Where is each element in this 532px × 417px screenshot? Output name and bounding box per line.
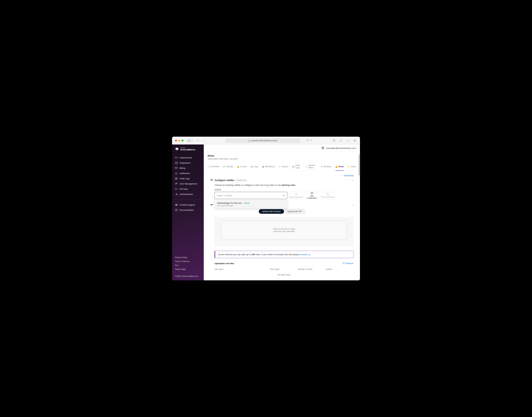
- tab-rules[interactable]: 🔔Rules: [335, 163, 344, 171]
- subscription-date: Subscription start date: Aug 2023: [208, 158, 356, 160]
- footer-link-tos[interactable]: Terms of Service: [175, 260, 201, 263]
- dropdown-item-sub: Cloud alertmanager: [217, 205, 285, 207]
- overview-back-link[interactable]: ← Overview: [341, 174, 353, 177]
- upload-api-button[interactable]: Upload with API: [284, 209, 305, 214]
- edit-configuration-button[interactable]: Edit configuration: [289, 192, 303, 199]
- audit-icon: ▤: [292, 166, 294, 167]
- collapse-icon[interactable]: [351, 204, 353, 206]
- maximize-window-button[interactable]: [181, 140, 183, 142]
- svg-point-21: [176, 193, 177, 194]
- optional-label: (Optional): [236, 179, 246, 182]
- admin-icon: [175, 193, 178, 195]
- close-window-button[interactable]: [175, 140, 177, 142]
- back-button[interactable]: [196, 139, 201, 143]
- sidebar-item-deployments[interactable]: Deployments: [172, 155, 204, 160]
- traffic-lights: [175, 140, 183, 142]
- dropdown-item[interactable]: Alertmanager for test env Active Cloud a…: [215, 200, 287, 208]
- sidebar-item-auditlogs[interactable]: Audit Logs: [172, 176, 204, 181]
- collapse-icon[interactable]: [351, 179, 353, 182]
- logo-maintext: VictoriaMetrics: [180, 149, 195, 151]
- select-placeholder: Select a notifier...: [217, 194, 234, 197]
- share-button[interactable]: [339, 139, 343, 143]
- chevron-down-icon: [283, 194, 285, 197]
- main-content: marshalov@victoriametrics.com Rules Subs…: [204, 145, 360, 280]
- arrow-left-icon: ←: [341, 174, 343, 177]
- browser-window: console.victoriametrics.cloud ⇆ᴬ Managed…: [172, 137, 360, 280]
- tab-backups[interactable]: ⛁Backups: [321, 163, 331, 171]
- svg-rect-36: [327, 193, 328, 194]
- svg-rect-3: [354, 140, 355, 141]
- refresh-button[interactable]: Refresh: [342, 262, 353, 265]
- sidebar-label: User Management: [180, 183, 197, 185]
- support-icon: [175, 203, 178, 206]
- svg-point-22: [177, 194, 177, 195]
- rules-icon: 🔔: [335, 166, 337, 167]
- contact-us-link[interactable]: contact us: [300, 253, 310, 256]
- col-ruletypes: Rule types: [270, 268, 298, 270]
- document-icon: [175, 209, 178, 211]
- download-button[interactable]: [332, 139, 336, 143]
- reload-icon[interactable]: [310, 139, 312, 142]
- sidebar-label: Integrations: [180, 162, 191, 164]
- footer-link-sla[interactable]: SLA: [175, 263, 201, 267]
- lock-icon: [248, 139, 250, 142]
- billing-icon: [175, 167, 178, 169]
- svg-point-8: [176, 162, 177, 163]
- tab-overview[interactable]: ▢Overview: [208, 163, 219, 171]
- sidebar-item-support[interactable]: Contact Support: [172, 202, 204, 207]
- table-empty-state: No data found: [214, 272, 353, 278]
- tabs-button[interactable]: [352, 139, 357, 143]
- dropzone[interactable]: Click to browse or drag and drop your fi…: [221, 220, 347, 240]
- audit-logs-icon: [175, 177, 178, 180]
- tab-explore[interactable]: ⤢Explore: [278, 163, 288, 171]
- new-configuration-button[interactable]: New configuration: [305, 192, 319, 199]
- sidebar-item-notification[interactable]: Notification: [172, 171, 204, 176]
- footer-link-status[interactable]: Status Page: [175, 267, 201, 271]
- logo[interactable]: Managed VictoriaMetrics: [172, 147, 204, 155]
- bell-icon: [175, 172, 178, 175]
- sidebar: Managed VictoriaMetrics Deployments Inte…: [172, 145, 204, 280]
- url-bar[interactable]: console.victoriametrics.cloud: [225, 138, 300, 143]
- section-title: Configure notifier: [214, 179, 234, 182]
- sidebar-label: API keys: [180, 188, 188, 190]
- sidebar-item-billing[interactable]: Billing: [172, 165, 204, 171]
- sidebar-item-usermanagement[interactable]: User Management: [172, 181, 204, 186]
- tab-access[interactable]: 🔒Access: [237, 163, 247, 171]
- notifier-field-label: Notifier:: [214, 188, 353, 191]
- sidebar-item-documentation[interactable]: Documentation: [172, 207, 204, 213]
- sidebar-label: Audit Logs: [180, 177, 190, 180]
- forward-button[interactable]: [201, 139, 206, 143]
- sidebar-item-administration[interactable]: Administration: [172, 191, 204, 197]
- user-email: marshalov@victoriametrics.com: [326, 147, 356, 149]
- sidebar-label: Notification: [180, 172, 190, 175]
- tab-auditlogs[interactable]: ▤Audit Logs: [292, 163, 301, 171]
- translate-icon[interactable]: ⇆ᴬ: [307, 139, 309, 142]
- browser-chrome: console.victoriametrics.cloud ⇆ᴬ: [172, 137, 360, 145]
- notifier-select[interactable]: Select a notifier... Alertmanager for te…: [214, 192, 287, 199]
- test-configuration-button[interactable]: Test configuration: [321, 192, 335, 199]
- sidebar-toggle-button[interactable]: [187, 139, 193, 142]
- backup-icon: ⛁: [321, 166, 323, 167]
- user-menu[interactable]: marshalov@victoriametrics.com: [321, 146, 356, 150]
- tab-systemalerts[interactable]: ⚠System Alerts: [305, 163, 317, 171]
- scrollbar[interactable]: [359, 154, 360, 176]
- sidebar-label: Administration: [180, 193, 193, 195]
- user-icon: [321, 146, 324, 150]
- gear-icon: [295, 193, 297, 196]
- overview-icon: ▢: [208, 166, 210, 167]
- sidebar-label: Contact Support: [180, 204, 195, 206]
- deployments-icon: [175, 156, 178, 159]
- logo-icon: [175, 147, 179, 151]
- notifier-dropdown: Alertmanager for test env Active Cloud a…: [215, 200, 287, 208]
- upload-browser-button[interactable]: Upload with browser: [259, 209, 284, 214]
- tab-alerts[interactable]: ⚡Alerts: [348, 163, 356, 171]
- tab-settings[interactable]: ⚙Settings: [223, 163, 233, 171]
- tab-monitoring[interactable]: ▦Monitoring: [262, 163, 275, 171]
- svg-point-16: [177, 183, 177, 184]
- footer-link-privacy[interactable]: Privacy Policy: [175, 256, 201, 260]
- sidebar-item-integrations[interactable]: Integrations: [172, 160, 204, 165]
- sidebar-item-apikeys[interactable]: API keys: [172, 186, 204, 191]
- minimize-window-button[interactable]: [178, 140, 180, 142]
- new-tab-button[interactable]: [346, 139, 350, 143]
- tab-logs[interactable]: ▤Logs: [251, 163, 258, 171]
